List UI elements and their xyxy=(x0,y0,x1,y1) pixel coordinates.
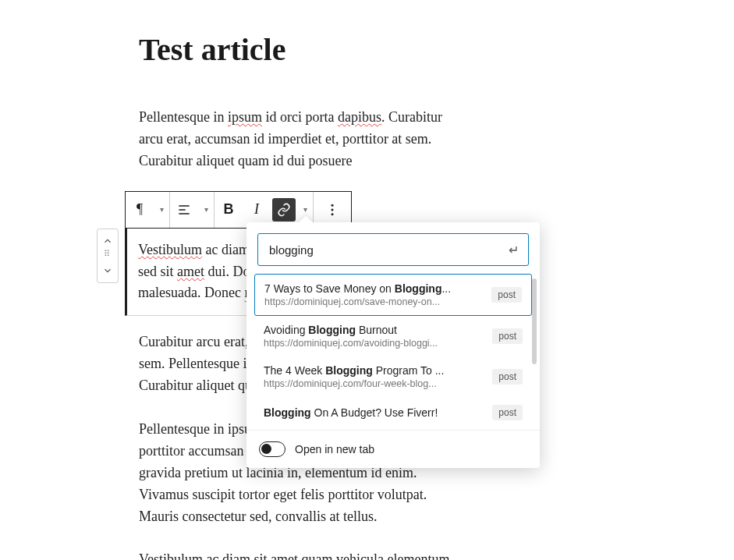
result-badge: post xyxy=(491,287,522,303)
link-search-field: ↵ xyxy=(257,233,529,266)
search-result[interactable]: 7 Ways to Save Money on Blogging... http… xyxy=(254,274,532,316)
result-title: Avoiding Blogging Burnout xyxy=(264,324,484,336)
result-badge: post xyxy=(492,405,523,420)
svg-point-1 xyxy=(332,208,334,211)
svg-point-2 xyxy=(332,213,334,215)
result-title: The 4 Week Blogging Program To ... xyxy=(264,364,484,377)
result-url: https://dominiquej.com/four-week-blog... xyxy=(264,378,484,389)
move-down-button[interactable] xyxy=(98,262,118,279)
result-badge: post xyxy=(492,369,523,385)
scrollbar-thumb[interactable] xyxy=(532,278,537,364)
paragraph-1: Pellentesque in ipsum id orci porta dapi… xyxy=(139,107,468,172)
search-result[interactable]: Avoiding Blogging Burnout https://domini… xyxy=(254,316,532,356)
block-mover: ⠿ xyxy=(97,229,119,283)
enter-icon[interactable]: ↵ xyxy=(509,243,519,257)
popover-footer: Open in new tab xyxy=(246,430,540,468)
paragraph-5: Vestibulum ac diam sit amet quam vehicul… xyxy=(139,549,468,560)
page-title: Test article xyxy=(139,31,468,68)
link-button[interactable] xyxy=(272,198,296,222)
link-search-input[interactable] xyxy=(268,243,509,257)
align-button[interactable] xyxy=(170,192,198,228)
result-url: https://dominiquej.com/save-money-on... xyxy=(264,296,484,307)
svg-point-0 xyxy=(332,204,334,206)
bold-button[interactable]: B xyxy=(215,192,243,228)
open-new-tab-label: Open in new tab xyxy=(295,443,374,455)
link-popover: ↵ 7 Ways to Save Money on Blogging... ht… xyxy=(246,222,540,468)
move-up-button[interactable] xyxy=(98,232,118,250)
result-title: 7 Ways to Save Money on Blogging... xyxy=(264,282,484,295)
result-badge: post xyxy=(492,328,523,344)
search-result[interactable]: Blogging On A Budget? Use Fiverr! post xyxy=(254,397,532,428)
drag-handle-icon[interactable]: ⠿ xyxy=(104,250,112,262)
block-type-dropdown[interactable]: ▾ xyxy=(154,192,169,228)
align-dropdown[interactable]: ▾ xyxy=(198,192,214,228)
result-url: https://dominiquej.com/avoiding-bloggi..… xyxy=(264,338,484,349)
search-result[interactable]: The 4 Week Blogging Program To ... https… xyxy=(254,356,532,397)
search-results: 7 Ways to Save Money on Blogging... http… xyxy=(246,274,540,430)
open-new-tab-toggle[interactable] xyxy=(259,441,285,457)
result-title: Blogging On A Budget? Use Fiverr! xyxy=(264,406,484,419)
block-type-button[interactable]: ¶ xyxy=(126,192,154,228)
